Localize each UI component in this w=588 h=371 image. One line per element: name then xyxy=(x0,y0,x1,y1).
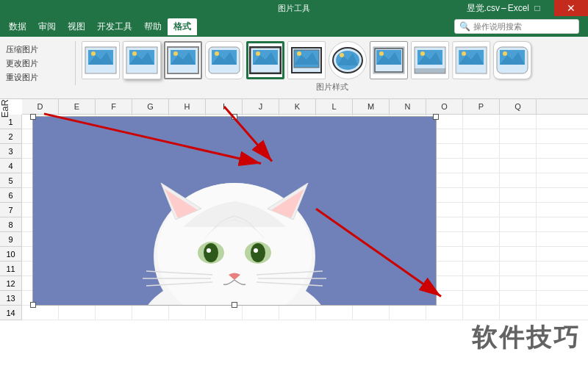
menu-item-data[interactable]: 数据 xyxy=(3,18,32,35)
svg-point-36 xyxy=(420,51,425,56)
row-num-4: 4 xyxy=(0,159,22,173)
row-num-2: 2 xyxy=(0,129,22,144)
ribbon-divider xyxy=(75,41,76,85)
svg-point-45 xyxy=(503,51,507,56)
menu-item-help[interactable]: 帮助 xyxy=(138,18,168,35)
handle-tl[interactable] xyxy=(30,114,36,120)
grid-cells xyxy=(22,115,588,320)
maximize-button[interactable]: □ xyxy=(520,0,554,16)
row-num-10: 10 xyxy=(0,247,22,262)
option-change[interactable]: 更改图片 xyxy=(6,57,57,71)
svg-point-32 xyxy=(379,51,384,56)
col-header-l: L xyxy=(316,99,353,114)
svg-point-27 xyxy=(340,53,344,57)
minimize-button[interactable]: − xyxy=(487,0,520,16)
search-box[interactable]: 🔍 xyxy=(454,19,579,34)
row-num-8: 8 xyxy=(0,217,22,232)
cat-svg xyxy=(87,117,381,305)
option-reset[interactable]: 重设图片 xyxy=(6,71,57,84)
col-header-g: G xyxy=(132,99,169,114)
col-header-e: E xyxy=(59,99,96,114)
svg-point-57 xyxy=(204,243,218,262)
col-header-m: M xyxy=(353,99,390,114)
search-input[interactable] xyxy=(473,22,569,31)
svg-rect-37 xyxy=(415,68,445,73)
svg-point-23 xyxy=(297,51,301,56)
col-header-p: P xyxy=(463,99,500,114)
menu-item-format[interactable]: 格式 xyxy=(168,18,197,35)
row-num-6: 6 xyxy=(0,188,22,203)
row-num-11: 11 xyxy=(0,262,22,276)
col-header-k: K xyxy=(279,99,316,114)
menu-item-view[interactable]: 视图 xyxy=(62,18,91,35)
svg-point-15 xyxy=(215,51,219,56)
row-num-14: 14 xyxy=(0,306,22,320)
ribbon-options: 压缩图片 更改图片 重设图片 xyxy=(6,43,57,84)
svg-point-61 xyxy=(254,248,258,253)
img-style-10[interactable] xyxy=(452,41,490,80)
svg-point-41 xyxy=(462,51,466,56)
row-num-12: 12 xyxy=(0,276,22,291)
handle-tr[interactable] xyxy=(433,114,439,120)
col-header-h: H xyxy=(169,99,206,114)
ear-text: EaR xyxy=(0,99,10,118)
menu-item-dev[interactable]: 开发工具 xyxy=(91,18,138,35)
col-header-j: J xyxy=(243,99,279,114)
img-style-11[interactable] xyxy=(493,41,531,79)
img-style-1[interactable] xyxy=(82,41,120,79)
image-styles-section: 图片样式 xyxy=(82,41,582,93)
img-style-2[interactable] xyxy=(123,41,161,79)
close-button[interactable]: ✕ xyxy=(554,0,588,16)
row-num-7: 7 xyxy=(0,203,22,217)
row-num-5: 5 xyxy=(0,173,22,188)
row-num-3: 3 xyxy=(0,144,22,159)
col-header-d: D xyxy=(22,99,59,114)
col-header-q: Q xyxy=(500,99,537,114)
col-header-i: I xyxy=(206,99,243,114)
watermark: 软件技巧 xyxy=(472,321,581,355)
img-style-3[interactable] xyxy=(164,41,202,79)
section-label: 图片样式 xyxy=(82,82,582,93)
cat-image-container[interactable] xyxy=(32,116,437,306)
svg-point-11 xyxy=(173,51,178,56)
svg-point-7 xyxy=(132,51,137,56)
svg-point-58 xyxy=(207,248,211,253)
img-style-5[interactable] xyxy=(246,41,284,79)
img-style-9[interactable] xyxy=(411,41,449,79)
picture-tool-label: 图片工具 xyxy=(278,3,310,14)
row-num-9: 9 xyxy=(0,232,22,247)
img-style-8[interactable] xyxy=(370,41,408,79)
row-num-13: 13 xyxy=(0,291,22,306)
handle-bm[interactable] xyxy=(232,302,237,308)
cat-image xyxy=(33,117,436,305)
svg-point-19 xyxy=(256,51,260,56)
search-icon: 🔍 xyxy=(459,21,470,32)
svg-point-3 xyxy=(91,51,96,56)
svg-point-60 xyxy=(251,243,265,262)
handle-tm[interactable] xyxy=(232,114,237,120)
menu-item-review[interactable]: 审阅 xyxy=(32,18,62,35)
img-style-4[interactable] xyxy=(205,41,243,79)
img-style-6[interactable] xyxy=(287,41,326,79)
row-numbers: 1 2 3 4 5 6 7 8 9 10 11 12 13 14 xyxy=(0,115,22,320)
handle-bl[interactable] xyxy=(30,302,36,308)
col-header-f: F xyxy=(96,99,132,114)
img-style-7[interactable] xyxy=(329,41,367,79)
col-header-o: O xyxy=(426,99,463,114)
option-compress[interactable]: 压缩图片 xyxy=(6,43,57,57)
col-header-n: N xyxy=(390,99,426,114)
